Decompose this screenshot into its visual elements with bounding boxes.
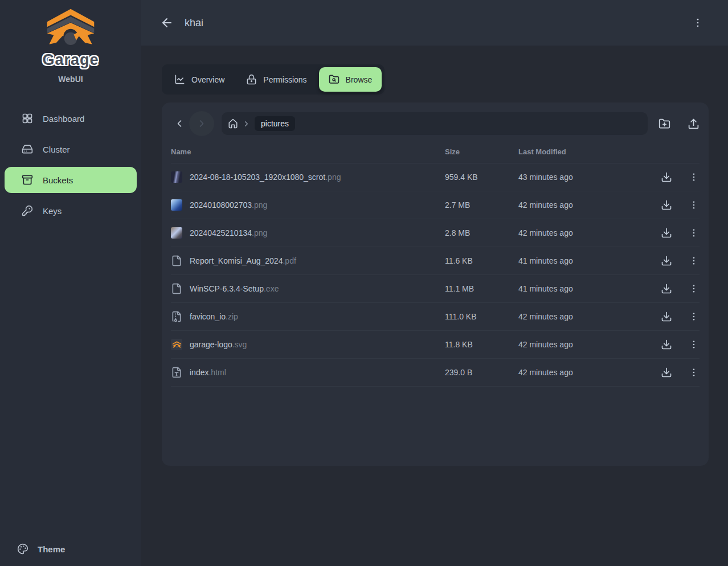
download-icon <box>661 311 672 322</box>
tab-overview[interactable]: Overview <box>165 67 234 92</box>
tab-label: Overview <box>191 75 224 84</box>
tab-label: Permissions <box>263 75 306 84</box>
file-size: 11.8 KB <box>445 340 518 349</box>
download-button[interactable] <box>661 227 672 239</box>
theme-toggle[interactable]: Theme <box>0 531 141 566</box>
file-modified: 41 minutes ago <box>518 256 654 265</box>
cluster-icon <box>22 143 33 155</box>
history-back-button[interactable] <box>171 115 188 132</box>
download-button[interactable] <box>661 311 672 322</box>
brand-subtitle: WebUI <box>0 75 141 84</box>
ellipsis-vertical-icon <box>689 339 699 350</box>
file-extension: .png <box>252 200 267 210</box>
download-icon <box>661 283 672 294</box>
download-button[interactable] <box>661 339 672 350</box>
upload-button[interactable] <box>688 118 700 130</box>
row-menu-button[interactable] <box>689 339 699 350</box>
browse-toolbar: pictures <box>162 102 709 142</box>
download-icon <box>661 367 672 378</box>
sidebar-item-label: Buckets <box>43 175 73 185</box>
chevron-right-icon <box>196 118 207 129</box>
ellipsis-vertical-icon <box>689 256 699 266</box>
file-icon <box>171 199 182 211</box>
download-icon <box>661 199 672 211</box>
tab-browse[interactable]: Browse <box>319 67 382 92</box>
sidebar: Garage WebUI Dashboard Cluster Buckets K… <box>0 0 141 566</box>
row-menu-button[interactable] <box>689 200 699 210</box>
file-name-link[interactable]: 20240425210134.png <box>171 227 445 239</box>
download-icon <box>661 339 672 350</box>
sidebar-item-cluster[interactable]: Cluster <box>5 136 137 162</box>
file-modified: 43 minutes ago <box>518 173 654 182</box>
home-button[interactable] <box>228 118 238 129</box>
sidebar-item-dashboard[interactable]: Dashboard <box>5 105 137 132</box>
history-forward-button[interactable] <box>189 111 214 136</box>
file-modified: 42 minutes ago <box>518 200 654 210</box>
table-row: 20240108002703.png 2.7 MB 42 minutes ago <box>171 191 700 219</box>
download-button[interactable] <box>661 255 672 266</box>
breadcrumb: pictures <box>222 112 648 135</box>
ellipsis-vertical-icon <box>689 367 699 378</box>
home-icon <box>228 118 238 129</box>
page-title: khai <box>185 17 203 29</box>
row-actions <box>654 171 700 183</box>
arrow-left-icon <box>160 16 174 30</box>
back-button[interactable] <box>160 16 174 30</box>
row-menu-button[interactable] <box>689 311 699 322</box>
download-button[interactable] <box>661 199 672 211</box>
file-name-link[interactable]: index.html <box>171 367 445 378</box>
file-size: 111.0 KB <box>445 312 518 321</box>
table-row: favicon_io.zip 111.0 KB 42 minutes ago <box>171 303 700 331</box>
file-size: 959.4 KB <box>445 173 518 182</box>
download-button[interactable] <box>661 283 672 294</box>
row-menu-button[interactable] <box>689 228 699 238</box>
file-name-link[interactable]: 20240108002703.png <box>171 199 445 211</box>
chart-line-icon <box>174 74 185 85</box>
row-actions <box>654 367 700 378</box>
file-name-link[interactable]: 2024-08-18-105203_1920x1080_scrot.png <box>171 171 445 183</box>
file-icon <box>171 227 182 239</box>
new-folder-button[interactable] <box>659 118 670 130</box>
breadcrumb-folder-pictures[interactable]: pictures <box>255 116 295 131</box>
row-actions <box>654 283 700 294</box>
file-extension: .png <box>325 173 341 182</box>
sidebar-item-label: Dashboard <box>43 114 84 124</box>
file-name-link[interactable]: favicon_io.zip <box>171 311 445 322</box>
sidebar-item-label: Keys <box>43 206 62 216</box>
download-icon <box>661 227 672 239</box>
ellipsis-vertical-icon <box>692 17 704 28</box>
sidebar-nav: Dashboard Cluster Buckets Keys <box>0 105 141 224</box>
file-name: 20240108002703 <box>190 200 252 210</box>
ellipsis-vertical-icon <box>689 200 699 210</box>
file-icon <box>171 311 182 322</box>
brand: Garage WebUI <box>0 0 141 84</box>
file-name-link[interactable]: Report_Komisi_Aug_2024.pdf <box>171 255 445 266</box>
file-icon <box>171 339 182 350</box>
file-name-link[interactable]: WinSCP-6.3.4-Setup.exe <box>171 283 445 294</box>
file-name: 20240425210134 <box>190 228 252 237</box>
header-menu-button[interactable] <box>692 17 704 28</box>
row-menu-button[interactable] <box>689 367 699 378</box>
upload-icon <box>688 118 700 130</box>
theme-label: Theme <box>38 544 65 554</box>
file-extension: .html <box>208 368 226 377</box>
tab-permissions[interactable]: Permissions <box>236 67 316 92</box>
file-table: Name Size Last Modified 2024-08-18-10520… <box>162 142 709 387</box>
download-button[interactable] <box>661 171 672 183</box>
sidebar-item-keys[interactable]: Keys <box>5 198 137 224</box>
folder-search-icon <box>329 74 340 85</box>
file-name: 2024-08-18-105203_1920x1080_scrot <box>190 173 325 182</box>
row-menu-button[interactable] <box>689 284 699 294</box>
download-icon <box>661 171 672 183</box>
file-name: garage-logo <box>190 340 232 349</box>
download-button[interactable] <box>661 367 672 378</box>
table-row: WinSCP-6.3.4-Setup.exe 11.1 MB 41 minute… <box>171 275 700 303</box>
lock-icon <box>246 74 257 85</box>
garage-logo-icon <box>45 8 96 48</box>
file-size: 2.7 MB <box>445 200 518 210</box>
file-name-link[interactable]: garage-logo.svg <box>171 339 445 350</box>
row-menu-button[interactable] <box>689 256 699 266</box>
sidebar-item-buckets[interactable]: Buckets <box>5 167 137 193</box>
chevron-left-icon <box>174 118 185 129</box>
row-menu-button[interactable] <box>689 172 699 182</box>
